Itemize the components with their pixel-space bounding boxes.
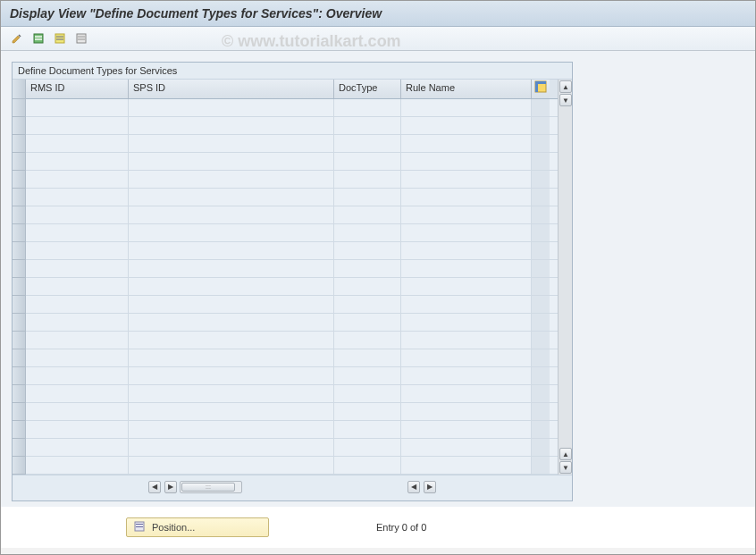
table-row[interactable]	[26, 367, 558, 385]
select-all-button[interactable]	[29, 30, 47, 46]
row-selector[interactable]	[13, 403, 25, 421]
cell-sps[interactable]	[129, 332, 334, 349]
cell-rule[interactable]	[401, 349, 532, 366]
table-row[interactable]	[26, 314, 558, 332]
scroll-left-button[interactable]: ◀	[148, 481, 161, 493]
column-header-doctype[interactable]: DocType	[334, 80, 401, 98]
cell-rms[interactable]	[26, 206, 129, 223]
row-selector[interactable]	[13, 242, 25, 260]
table-row[interactable]	[26, 224, 558, 242]
row-selector[interactable]	[13, 421, 25, 439]
cell-rms[interactable]	[26, 224, 129, 241]
table-row[interactable]	[26, 421, 558, 439]
row-selector[interactable]	[13, 189, 25, 206]
column-header-rms-id[interactable]: RMS ID	[26, 80, 129, 98]
cell-sps[interactable]	[129, 206, 334, 223]
cell-rms[interactable]	[26, 278, 129, 295]
cell-rule[interactable]	[401, 385, 532, 402]
row-selector[interactable]	[13, 385, 25, 403]
table-row[interactable]	[26, 332, 558, 349]
cell-rms[interactable]	[26, 171, 129, 188]
position-button[interactable]: Position...	[126, 517, 269, 537]
cell-rule[interactable]	[401, 314, 532, 331]
row-selector[interactable]	[13, 206, 25, 224]
cell-doctype[interactable]	[334, 439, 401, 456]
cell-rms[interactable]	[26, 99, 129, 116]
cell-sps[interactable]	[129, 278, 334, 295]
cell-rule[interactable]	[401, 260, 532, 277]
scroll-up-button[interactable]: ▲	[559, 448, 572, 460]
scroll-down-button[interactable]: ▼	[559, 461, 572, 474]
cell-doctype[interactable]	[334, 278, 401, 295]
cell-doctype[interactable]	[334, 403, 401, 420]
table-row[interactable]	[26, 260, 558, 278]
cell-rms[interactable]	[26, 367, 129, 384]
cell-sps[interactable]	[129, 314, 334, 331]
row-selector[interactable]	[13, 171, 25, 189]
row-selector[interactable]	[13, 314, 25, 332]
row-selector[interactable]	[13, 457, 25, 475]
cell-doctype[interactable]	[334, 421, 401, 438]
cell-rule[interactable]	[401, 117, 532, 134]
cell-doctype[interactable]	[334, 457, 401, 474]
cell-doctype[interactable]	[334, 117, 401, 134]
cell-rms[interactable]	[26, 296, 129, 313]
cell-sps[interactable]	[129, 260, 334, 277]
cell-rule[interactable]	[401, 296, 532, 313]
cell-rms[interactable]	[26, 153, 129, 170]
cell-rms[interactable]	[26, 189, 129, 206]
cell-rms[interactable]	[26, 260, 129, 277]
select-block-button[interactable]	[51, 30, 69, 46]
column-header-sps-id[interactable]: SPS ID	[129, 80, 334, 98]
cell-rule[interactable]	[401, 403, 532, 420]
cell-rule[interactable]	[401, 224, 532, 241]
cell-rule[interactable]	[401, 99, 532, 116]
table-settings-button[interactable]	[532, 80, 550, 98]
row-selector[interactable]	[13, 439, 25, 457]
row-selector[interactable]	[13, 278, 25, 296]
cell-rule[interactable]	[401, 153, 532, 170]
table-row[interactable]	[26, 189, 558, 206]
cell-doctype[interactable]	[334, 260, 401, 277]
cell-doctype[interactable]	[334, 385, 401, 402]
table-row[interactable]	[26, 242, 558, 260]
row-selector[interactable]	[13, 367, 25, 385]
cell-rule[interactable]	[401, 206, 532, 223]
cell-sps[interactable]	[129, 171, 334, 188]
cell-doctype[interactable]	[334, 206, 401, 223]
row-selector[interactable]	[13, 260, 25, 278]
row-selector[interactable]	[13, 99, 25, 117]
cell-doctype[interactable]	[334, 171, 401, 188]
table-row[interactable]	[26, 296, 558, 314]
table-row[interactable]	[26, 278, 558, 296]
row-selector[interactable]	[13, 349, 25, 367]
cell-rms[interactable]	[26, 421, 129, 438]
row-selector[interactable]	[13, 224, 25, 242]
cell-rms[interactable]	[26, 457, 129, 474]
scroll-right-button[interactable]: ▶	[164, 481, 177, 493]
cell-rms[interactable]	[26, 332, 129, 349]
cell-rule[interactable]	[401, 189, 532, 206]
scroll-left-button[interactable]: ◀	[407, 481, 420, 493]
cell-doctype[interactable]	[334, 135, 401, 152]
table-row[interactable]	[26, 439, 558, 457]
horizontal-scrollbar[interactable]: :::	[180, 481, 242, 493]
row-selector[interactable]	[13, 296, 25, 314]
cell-doctype[interactable]	[334, 349, 401, 366]
cell-doctype[interactable]	[334, 189, 401, 206]
cell-rule[interactable]	[401, 421, 532, 438]
cell-sps[interactable]	[129, 439, 334, 456]
cell-rule[interactable]	[401, 171, 532, 188]
cell-rule[interactable]	[401, 367, 532, 384]
cell-doctype[interactable]	[334, 314, 401, 331]
cell-rms[interactable]	[26, 349, 129, 366]
row-selector[interactable]	[13, 117, 25, 135]
row-selector[interactable]	[13, 135, 25, 153]
cell-doctype[interactable]	[334, 153, 401, 170]
cell-sps[interactable]	[129, 153, 334, 170]
cell-sps[interactable]	[129, 421, 334, 438]
cell-sps[interactable]	[129, 457, 334, 474]
cell-sps[interactable]	[129, 242, 334, 259]
cell-rule[interactable]	[401, 457, 532, 474]
table-row[interactable]	[26, 99, 558, 117]
